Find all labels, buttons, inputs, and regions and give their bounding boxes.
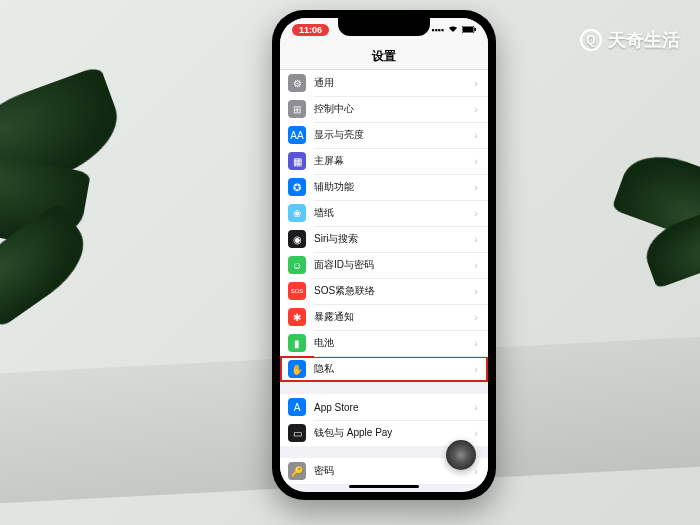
row-label: 辅助功能 bbox=[314, 180, 474, 194]
chevron-right-icon: › bbox=[474, 337, 478, 349]
general-icon: ⚙ bbox=[288, 74, 306, 92]
chevron-right-icon: › bbox=[474, 207, 478, 219]
settings-row-faceid[interactable]: ☺面容ID与密码› bbox=[280, 252, 488, 278]
row-label: Siri与搜索 bbox=[314, 232, 474, 246]
siri-icon: ◉ bbox=[288, 230, 306, 248]
row-label: 通用 bbox=[314, 76, 474, 90]
control-center-icon: ⊞ bbox=[288, 100, 306, 118]
chevron-right-icon: › bbox=[474, 77, 478, 89]
privacy-icon: ✋ bbox=[288, 360, 306, 378]
home-screen-icon: ▦ bbox=[288, 152, 306, 170]
row-label: 电池 bbox=[314, 336, 474, 350]
wallpaper-icon: ❀ bbox=[288, 204, 306, 222]
row-label: 钱包与 Apple Pay bbox=[314, 426, 474, 440]
chevron-right-icon: › bbox=[474, 129, 478, 141]
chevron-right-icon: › bbox=[474, 363, 478, 375]
settings-row-privacy[interactable]: ✋隐私› bbox=[280, 356, 488, 382]
chevron-right-icon: › bbox=[474, 465, 478, 477]
passwords-icon: 🔑 bbox=[288, 462, 306, 480]
row-label: 控制中心 bbox=[314, 102, 474, 116]
settings-row-home-screen[interactable]: ▦主屏幕› bbox=[280, 148, 488, 174]
settings-list[interactable]: ⚙通用›⊞控制中心›AA显示与亮度›▦主屏幕›✪辅助功能›❀墙纸›◉Siri与搜… bbox=[280, 70, 488, 492]
settings-row-wallpaper[interactable]: ❀墙纸› bbox=[280, 200, 488, 226]
row-label: 暴露通知 bbox=[314, 310, 474, 324]
brand-text: 天奇生活 bbox=[608, 28, 680, 52]
row-label: App Store bbox=[314, 402, 474, 413]
settings-group: AApp Store›▭钱包与 Apple Pay› bbox=[280, 394, 488, 446]
svg-rect-2 bbox=[475, 28, 477, 31]
settings-row-app-store[interactable]: AApp Store› bbox=[280, 394, 488, 420]
chevron-right-icon: › bbox=[474, 401, 478, 413]
chevron-right-icon: › bbox=[474, 311, 478, 323]
row-label: 面容ID与密码 bbox=[314, 258, 474, 272]
phone-screen: 11:06 ▪▪▪▪ 设置 ⚙通用›⊞控制中心›AA显示与亮度›▦主屏幕›✪辅助… bbox=[280, 18, 488, 492]
settings-group: ⚙通用›⊞控制中心›AA显示与亮度›▦主屏幕›✪辅助功能›❀墙纸›◉Siri与搜… bbox=[280, 70, 488, 382]
battery-icon bbox=[462, 25, 476, 35]
settings-row-general[interactable]: ⚙通用› bbox=[280, 70, 488, 96]
chevron-right-icon: › bbox=[474, 181, 478, 193]
row-label: SOS紧急联络 bbox=[314, 284, 474, 298]
phone-frame: 11:06 ▪▪▪▪ 设置 ⚙通用›⊞控制中心›AA显示与亮度›▦主屏幕›✪辅助… bbox=[272, 10, 496, 500]
brand-watermark: Q 天奇生活 bbox=[580, 28, 680, 52]
settings-row-sos[interactable]: SOSSOS紧急联络› bbox=[280, 278, 488, 304]
chevron-right-icon: › bbox=[474, 427, 478, 439]
status-indicators: ▪▪▪▪ bbox=[431, 25, 476, 35]
cellular-icon: ▪▪▪▪ bbox=[431, 25, 444, 35]
chevron-right-icon: › bbox=[474, 259, 478, 271]
brand-icon: Q bbox=[580, 29, 602, 51]
notch bbox=[338, 18, 430, 36]
row-label: 隐私 bbox=[314, 362, 474, 376]
settings-row-exposure[interactable]: ✱暴露通知› bbox=[280, 304, 488, 330]
settings-row-siri[interactable]: ◉Siri与搜索› bbox=[280, 226, 488, 252]
exposure-icon: ✱ bbox=[288, 308, 306, 326]
row-label: 主屏幕 bbox=[314, 154, 474, 168]
wallet-icon: ▭ bbox=[288, 424, 306, 442]
assistive-touch-button[interactable] bbox=[446, 440, 476, 470]
app-store-icon: A bbox=[288, 398, 306, 416]
battery-icon: ▮ bbox=[288, 334, 306, 352]
svg-rect-1 bbox=[463, 27, 473, 32]
sos-icon: SOS bbox=[288, 282, 306, 300]
settings-row-accessibility[interactable]: ✪辅助功能› bbox=[280, 174, 488, 200]
chevron-right-icon: › bbox=[474, 155, 478, 167]
settings-row-battery[interactable]: ▮电池› bbox=[280, 330, 488, 356]
faceid-icon: ☺ bbox=[288, 256, 306, 274]
wifi-icon bbox=[448, 25, 458, 35]
chevron-right-icon: › bbox=[474, 103, 478, 115]
settings-row-display[interactable]: AA显示与亮度› bbox=[280, 122, 488, 148]
chevron-right-icon: › bbox=[474, 233, 478, 245]
display-icon: AA bbox=[288, 126, 306, 144]
chevron-right-icon: › bbox=[474, 285, 478, 297]
nav-title: 设置 bbox=[280, 42, 488, 70]
row-label: 墙纸 bbox=[314, 206, 474, 220]
home-indicator bbox=[349, 485, 419, 488]
settings-row-control-center[interactable]: ⊞控制中心› bbox=[280, 96, 488, 122]
status-time: 11:06 bbox=[292, 24, 329, 36]
accessibility-icon: ✪ bbox=[288, 178, 306, 196]
row-label: 显示与亮度 bbox=[314, 128, 474, 142]
